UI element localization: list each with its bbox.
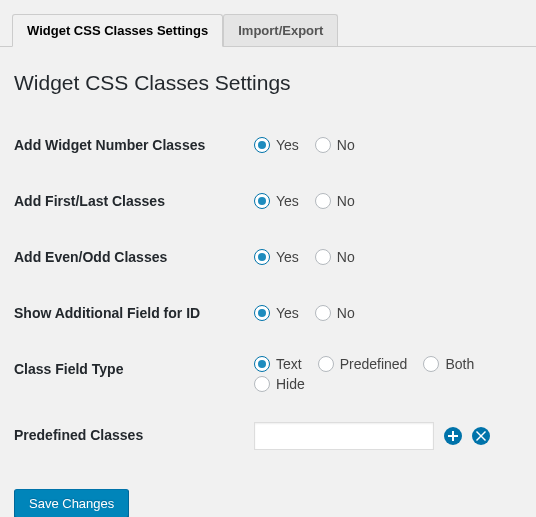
plus-icon (448, 431, 458, 441)
label-show-id-field: Show Additional Field for ID (14, 285, 244, 341)
radio-show-id-yes[interactable]: Yes (254, 305, 299, 321)
radio-show-id-no[interactable]: No (315, 305, 355, 321)
radio-group-add-number: Yes No (254, 137, 512, 153)
radio-group-even-odd: Yes No (254, 249, 512, 265)
radio-group-show-id: Yes No (254, 305, 512, 321)
radio-icon (254, 137, 270, 153)
radio-class-type-hide[interactable]: Hide (254, 376, 305, 392)
label-predefined-classes: Predefined Classes (14, 407, 244, 465)
label-add-first-last: Add First/Last Classes (14, 173, 244, 229)
close-icon (476, 431, 486, 441)
radio-even-odd-yes[interactable]: Yes (254, 249, 299, 265)
radio-group-class-type: Text Predefined Both Hide (254, 356, 512, 392)
radio-icon (318, 356, 334, 372)
radio-icon (254, 376, 270, 392)
radio-icon (254, 305, 270, 321)
tab-import-export[interactable]: Import/Export (223, 14, 338, 46)
radio-icon (315, 193, 331, 209)
radio-icon (315, 137, 331, 153)
radio-icon (254, 356, 270, 372)
radio-even-odd-no[interactable]: No (315, 249, 355, 265)
radio-label: Yes (276, 193, 299, 209)
radio-label: Predefined (340, 356, 408, 372)
add-class-icon[interactable] (444, 427, 462, 445)
radio-label: No (337, 249, 355, 265)
radio-label: Yes (276, 305, 299, 321)
radio-label: Yes (276, 137, 299, 153)
radio-class-type-predefined[interactable]: Predefined (318, 356, 408, 372)
settings-table: Add Widget Number Classes Yes No Add Fir… (14, 117, 522, 465)
tab-bar: Widget CSS Classes Settings Import/Expor… (0, 0, 536, 47)
radio-icon (423, 356, 439, 372)
radio-icon (254, 249, 270, 265)
radio-label: No (337, 305, 355, 321)
save-button[interactable]: Save Changes (14, 489, 129, 517)
remove-class-icon[interactable] (472, 427, 490, 445)
radio-label: Both (445, 356, 474, 372)
predefined-class-input[interactable] (254, 422, 434, 450)
tab-settings[interactable]: Widget CSS Classes Settings (12, 14, 223, 47)
radio-icon (315, 305, 331, 321)
radio-icon (254, 193, 270, 209)
radio-icon (315, 249, 331, 265)
radio-label: No (337, 193, 355, 209)
page-title: Widget CSS Classes Settings (14, 71, 522, 95)
label-class-field-type: Class Field Type (14, 341, 244, 407)
radio-first-last-yes[interactable]: Yes (254, 193, 299, 209)
radio-class-type-text[interactable]: Text (254, 356, 302, 372)
radio-label: Hide (276, 376, 305, 392)
radio-label: Yes (276, 249, 299, 265)
radio-first-last-no[interactable]: No (315, 193, 355, 209)
radio-add-number-no[interactable]: No (315, 137, 355, 153)
radio-class-type-both[interactable]: Both (423, 356, 474, 372)
radio-label: No (337, 137, 355, 153)
label-add-number: Add Widget Number Classes (14, 117, 244, 173)
label-add-even-odd: Add Even/Odd Classes (14, 229, 244, 285)
radio-group-first-last: Yes No (254, 193, 512, 209)
radio-add-number-yes[interactable]: Yes (254, 137, 299, 153)
radio-label: Text (276, 356, 302, 372)
